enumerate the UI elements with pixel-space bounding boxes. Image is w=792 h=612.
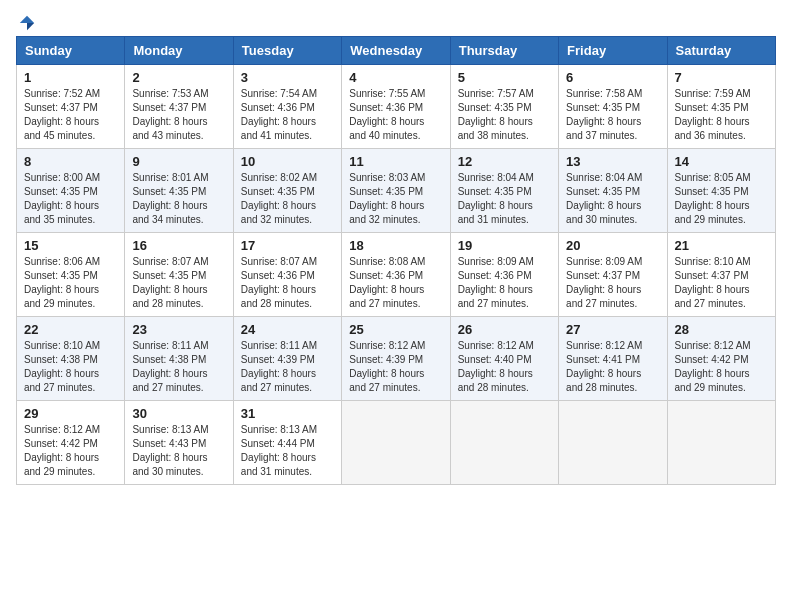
header bbox=[16, 10, 776, 32]
weekday-header-row: SundayMondayTuesdayWednesdayThursdayFrid… bbox=[17, 37, 776, 65]
daylight-text: Daylight: 8 hours and 31 minutes. bbox=[458, 200, 533, 225]
daylight-text: Daylight: 8 hours and 28 minutes. bbox=[566, 368, 641, 393]
sunrise-text: Sunrise: 7:53 AM bbox=[132, 88, 208, 99]
day-number: 5 bbox=[458, 70, 551, 85]
sunset-text: Sunset: 4:35 PM bbox=[132, 186, 206, 197]
daylight-text: Daylight: 8 hours and 27 minutes. bbox=[132, 368, 207, 393]
day-number: 2 bbox=[132, 70, 225, 85]
day-number: 1 bbox=[24, 70, 117, 85]
day-number: 25 bbox=[349, 322, 442, 337]
day-number: 22 bbox=[24, 322, 117, 337]
sunrise-text: Sunrise: 8:04 AM bbox=[458, 172, 534, 183]
sunset-text: Sunset: 4:35 PM bbox=[566, 102, 640, 113]
table-row: 12 Sunrise: 8:04 AM Sunset: 4:35 PM Dayl… bbox=[450, 149, 558, 233]
sunset-text: Sunset: 4:39 PM bbox=[241, 354, 315, 365]
day-info: Sunrise: 8:06 AM Sunset: 4:35 PM Dayligh… bbox=[24, 255, 117, 311]
sunrise-text: Sunrise: 8:03 AM bbox=[349, 172, 425, 183]
sunrise-text: Sunrise: 8:02 AM bbox=[241, 172, 317, 183]
day-info: Sunrise: 8:13 AM Sunset: 4:44 PM Dayligh… bbox=[241, 423, 334, 479]
day-number: 30 bbox=[132, 406, 225, 421]
day-number: 3 bbox=[241, 70, 334, 85]
day-info: Sunrise: 7:52 AM Sunset: 4:37 PM Dayligh… bbox=[24, 87, 117, 143]
daylight-text: Daylight: 8 hours and 36 minutes. bbox=[675, 116, 750, 141]
day-info: Sunrise: 7:57 AM Sunset: 4:35 PM Dayligh… bbox=[458, 87, 551, 143]
calendar-week-row: 1 Sunrise: 7:52 AM Sunset: 4:37 PM Dayli… bbox=[17, 65, 776, 149]
day-number: 10 bbox=[241, 154, 334, 169]
sunset-text: Sunset: 4:38 PM bbox=[24, 354, 98, 365]
sunset-text: Sunset: 4:36 PM bbox=[349, 270, 423, 281]
day-info: Sunrise: 7:59 AM Sunset: 4:35 PM Dayligh… bbox=[675, 87, 768, 143]
calendar-week-row: 29 Sunrise: 8:12 AM Sunset: 4:42 PM Dayl… bbox=[17, 401, 776, 485]
daylight-text: Daylight: 8 hours and 28 minutes. bbox=[458, 368, 533, 393]
calendar: SundayMondayTuesdayWednesdayThursdayFrid… bbox=[16, 36, 776, 485]
table-row bbox=[559, 401, 667, 485]
daylight-text: Daylight: 8 hours and 32 minutes. bbox=[349, 200, 424, 225]
table-row: 6 Sunrise: 7:58 AM Sunset: 4:35 PM Dayli… bbox=[559, 65, 667, 149]
day-info: Sunrise: 8:03 AM Sunset: 4:35 PM Dayligh… bbox=[349, 171, 442, 227]
day-info: Sunrise: 8:12 AM Sunset: 4:39 PM Dayligh… bbox=[349, 339, 442, 395]
day-number: 11 bbox=[349, 154, 442, 169]
table-row: 8 Sunrise: 8:00 AM Sunset: 4:35 PM Dayli… bbox=[17, 149, 125, 233]
table-row: 30 Sunrise: 8:13 AM Sunset: 4:43 PM Dayl… bbox=[125, 401, 233, 485]
day-info: Sunrise: 8:04 AM Sunset: 4:35 PM Dayligh… bbox=[458, 171, 551, 227]
day-info: Sunrise: 7:55 AM Sunset: 4:36 PM Dayligh… bbox=[349, 87, 442, 143]
table-row: 28 Sunrise: 8:12 AM Sunset: 4:42 PM Dayl… bbox=[667, 317, 775, 401]
daylight-text: Daylight: 8 hours and 27 minutes. bbox=[24, 368, 99, 393]
sunset-text: Sunset: 4:35 PM bbox=[349, 186, 423, 197]
day-info: Sunrise: 8:13 AM Sunset: 4:43 PM Dayligh… bbox=[132, 423, 225, 479]
daylight-text: Daylight: 8 hours and 29 minutes. bbox=[675, 200, 750, 225]
sunset-text: Sunset: 4:35 PM bbox=[24, 270, 98, 281]
day-info: Sunrise: 8:11 AM Sunset: 4:38 PM Dayligh… bbox=[132, 339, 225, 395]
svg-marker-0 bbox=[20, 16, 34, 23]
sunrise-text: Sunrise: 8:12 AM bbox=[349, 340, 425, 351]
daylight-text: Daylight: 8 hours and 40 minutes. bbox=[349, 116, 424, 141]
table-row: 26 Sunrise: 8:12 AM Sunset: 4:40 PM Dayl… bbox=[450, 317, 558, 401]
day-info: Sunrise: 7:58 AM Sunset: 4:35 PM Dayligh… bbox=[566, 87, 659, 143]
sunset-text: Sunset: 4:35 PM bbox=[458, 186, 532, 197]
table-row: 5 Sunrise: 7:57 AM Sunset: 4:35 PM Dayli… bbox=[450, 65, 558, 149]
day-number: 4 bbox=[349, 70, 442, 85]
daylight-text: Daylight: 8 hours and 29 minutes. bbox=[24, 284, 99, 309]
sunrise-text: Sunrise: 7:57 AM bbox=[458, 88, 534, 99]
table-row: 3 Sunrise: 7:54 AM Sunset: 4:36 PM Dayli… bbox=[233, 65, 341, 149]
logo-icon bbox=[18, 14, 36, 32]
table-row: 13 Sunrise: 8:04 AM Sunset: 4:35 PM Dayl… bbox=[559, 149, 667, 233]
day-info: Sunrise: 8:04 AM Sunset: 4:35 PM Dayligh… bbox=[566, 171, 659, 227]
svg-marker-1 bbox=[27, 23, 34, 30]
sunrise-text: Sunrise: 8:09 AM bbox=[458, 256, 534, 267]
day-number: 28 bbox=[675, 322, 768, 337]
table-row bbox=[342, 401, 450, 485]
day-number: 12 bbox=[458, 154, 551, 169]
day-number: 23 bbox=[132, 322, 225, 337]
daylight-text: Daylight: 8 hours and 37 minutes. bbox=[566, 116, 641, 141]
table-row: 25 Sunrise: 8:12 AM Sunset: 4:39 PM Dayl… bbox=[342, 317, 450, 401]
daylight-text: Daylight: 8 hours and 45 minutes. bbox=[24, 116, 99, 141]
day-info: Sunrise: 8:12 AM Sunset: 4:42 PM Dayligh… bbox=[24, 423, 117, 479]
sunset-text: Sunset: 4:37 PM bbox=[566, 270, 640, 281]
daylight-text: Daylight: 8 hours and 28 minutes. bbox=[132, 284, 207, 309]
daylight-text: Daylight: 8 hours and 27 minutes. bbox=[458, 284, 533, 309]
daylight-text: Daylight: 8 hours and 41 minutes. bbox=[241, 116, 316, 141]
sunset-text: Sunset: 4:43 PM bbox=[132, 438, 206, 449]
sunset-text: Sunset: 4:40 PM bbox=[458, 354, 532, 365]
daylight-text: Daylight: 8 hours and 27 minutes. bbox=[675, 284, 750, 309]
day-info: Sunrise: 7:53 AM Sunset: 4:37 PM Dayligh… bbox=[132, 87, 225, 143]
sunset-text: Sunset: 4:44 PM bbox=[241, 438, 315, 449]
day-info: Sunrise: 8:01 AM Sunset: 4:35 PM Dayligh… bbox=[132, 171, 225, 227]
sunset-text: Sunset: 4:42 PM bbox=[675, 354, 749, 365]
day-info: Sunrise: 8:08 AM Sunset: 4:36 PM Dayligh… bbox=[349, 255, 442, 311]
sunrise-text: Sunrise: 7:54 AM bbox=[241, 88, 317, 99]
day-number: 24 bbox=[241, 322, 334, 337]
sunrise-text: Sunrise: 8:11 AM bbox=[132, 340, 208, 351]
table-row: 15 Sunrise: 8:06 AM Sunset: 4:35 PM Dayl… bbox=[17, 233, 125, 317]
daylight-text: Daylight: 8 hours and 27 minutes. bbox=[349, 284, 424, 309]
sunrise-text: Sunrise: 8:12 AM bbox=[24, 424, 100, 435]
sunrise-text: Sunrise: 7:58 AM bbox=[566, 88, 642, 99]
sunrise-text: Sunrise: 7:59 AM bbox=[675, 88, 751, 99]
weekday-header-saturday: Saturday bbox=[667, 37, 775, 65]
table-row: 4 Sunrise: 7:55 AM Sunset: 4:36 PM Dayli… bbox=[342, 65, 450, 149]
table-row: 10 Sunrise: 8:02 AM Sunset: 4:35 PM Dayl… bbox=[233, 149, 341, 233]
sunset-text: Sunset: 4:35 PM bbox=[675, 102, 749, 113]
sunrise-text: Sunrise: 8:10 AM bbox=[675, 256, 751, 267]
daylight-text: Daylight: 8 hours and 31 minutes. bbox=[241, 452, 316, 477]
